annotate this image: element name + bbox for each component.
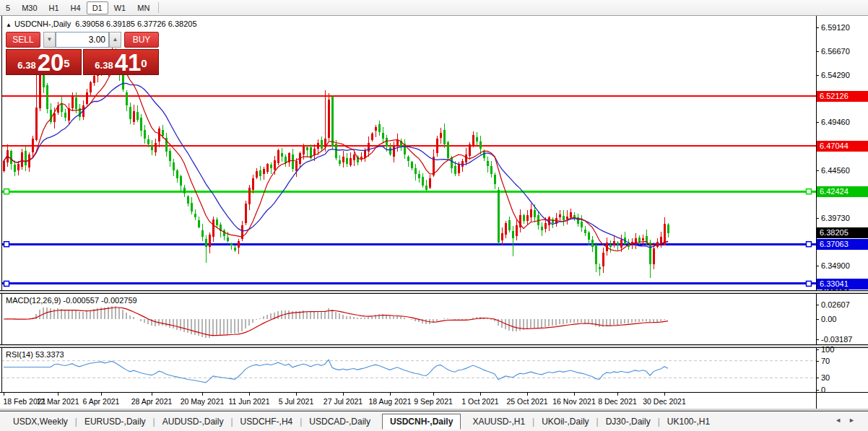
candle-body bbox=[512, 231, 514, 238]
chart-header: ▲USDCNH-,Daily 6.39058 6.39185 6.37726 6… bbox=[6, 19, 197, 28]
sell-price-sup: 5 bbox=[64, 50, 69, 77]
candle-body bbox=[566, 217, 568, 220]
candle-body bbox=[591, 240, 594, 247]
candle-body bbox=[443, 130, 446, 144]
date-tick-label: 1 Oct 2021 bbox=[461, 397, 498, 406]
chart-tab-usdcaddaily[interactable]: USDCAD-,Daily bbox=[302, 414, 378, 430]
candle-body bbox=[64, 113, 66, 118]
date-tick-mark bbox=[4, 393, 4, 396]
candle-body bbox=[259, 170, 261, 176]
chart-tab-uk100h1[interactable]: UK100-,H1 bbox=[660, 414, 717, 430]
volume-input[interactable] bbox=[56, 32, 109, 48]
candle-body bbox=[523, 215, 525, 221]
timeframe-button-5[interactable]: 5 bbox=[0, 1, 16, 14]
macd-label: MACD(12,26,9) -0.000557 -0.002759 bbox=[6, 296, 137, 305]
candle-body bbox=[422, 177, 424, 186]
macd-tick-mark bbox=[816, 319, 819, 320]
panel-splitter[interactable] bbox=[0, 344, 868, 348]
hline-handle[interactable] bbox=[807, 242, 812, 247]
chart-tab-xauusdh1[interactable]: XAUUSD-,H1 bbox=[465, 414, 532, 430]
candle-body bbox=[584, 230, 586, 232]
toolbar-separator bbox=[158, 2, 159, 13]
candle-body bbox=[230, 243, 233, 245]
candle-body bbox=[346, 158, 348, 164]
chart-tab-audusddaily[interactable]: AUDUSD-,Daily bbox=[155, 414, 231, 430]
candle-body bbox=[541, 227, 543, 230]
tab-scroll-arrows[interactable]: ◄► bbox=[835, 417, 862, 424]
candle-body bbox=[234, 248, 236, 251]
candle-body bbox=[519, 215, 521, 227]
date-tick-mark bbox=[480, 393, 481, 396]
macd-tick-mark bbox=[816, 305, 819, 305]
candle-body bbox=[595, 245, 597, 265]
candle-body bbox=[667, 225, 669, 233]
candle-body bbox=[386, 138, 388, 147]
date-tick-mark bbox=[433, 393, 434, 396]
candle-body bbox=[155, 143, 157, 153]
chart-tab-ukoildaily[interactable]: UKOil-,Daily bbox=[534, 414, 596, 430]
candle-body bbox=[86, 92, 88, 104]
candle-body bbox=[342, 157, 344, 162]
hline-handle[interactable] bbox=[4, 189, 9, 194]
candle-body bbox=[660, 237, 662, 244]
price-tick-mark bbox=[816, 170, 819, 171]
rsi-label: RSI(14) 53.3373 bbox=[6, 350, 64, 359]
candle-body bbox=[126, 92, 128, 105]
candle-body bbox=[339, 160, 341, 164]
chart-tab-usdcnhdaily[interactable]: USDCNH-,Daily bbox=[382, 414, 461, 430]
timeframe-button-h1[interactable]: H1 bbox=[43, 1, 65, 14]
price-tick-label: 6.54290 bbox=[821, 71, 850, 79]
volume-increase-button[interactable]: ▲ bbox=[109, 32, 121, 48]
chart-tab-eurusddaily[interactable]: EURUSD-,Daily bbox=[77, 414, 153, 430]
rsi-indicator-panel[interactable] bbox=[0, 348, 816, 392]
candle-body bbox=[570, 212, 572, 217]
timeframe-button-h4[interactable]: H4 bbox=[65, 1, 87, 14]
candle-body bbox=[613, 241, 615, 246]
candle-body bbox=[90, 82, 92, 92]
chart-tab-dj30daily[interactable]: DJ30-,Daily bbox=[599, 414, 658, 430]
timeframe-button-mn[interactable]: MN bbox=[131, 1, 155, 14]
collapse-arrow-icon[interactable]: ▲ bbox=[6, 22, 12, 28]
candle-body bbox=[209, 235, 211, 247]
buy-button[interactable]: BUY bbox=[124, 32, 159, 48]
panel-splitter[interactable] bbox=[0, 290, 868, 294]
candle-body bbox=[642, 238, 644, 240]
candle-body bbox=[389, 147, 391, 154]
buy-price-sup: 0 bbox=[141, 50, 147, 77]
rsi-line bbox=[4, 360, 668, 383]
candle-body bbox=[295, 161, 298, 170]
chart-tab-usdxweekly[interactable]: USDX,Weekly bbox=[6, 414, 75, 430]
hline-handle[interactable] bbox=[807, 281, 812, 286]
candle-body bbox=[465, 154, 467, 162]
candle-body bbox=[407, 157, 409, 161]
candle-body bbox=[147, 139, 149, 144]
candle-body bbox=[201, 230, 204, 238]
date-tick-mark bbox=[343, 393, 344, 396]
sell-price-small: 6.38 bbox=[17, 58, 35, 74]
candle-body bbox=[494, 175, 496, 184]
candle-body bbox=[205, 239, 207, 247]
date-axis-line bbox=[0, 392, 868, 393]
sell-price-panel[interactable]: 6.38 20 5 bbox=[6, 49, 82, 75]
date-tick-mark bbox=[390, 393, 391, 396]
candle-body bbox=[212, 219, 214, 237]
hline-handle[interactable] bbox=[4, 242, 9, 247]
candle-body bbox=[508, 220, 511, 230]
chart-tab-usdchfh4[interactable]: USDCHF-,H4 bbox=[233, 414, 300, 430]
hline-handle[interactable] bbox=[4, 281, 9, 286]
sell-button[interactable]: SELL bbox=[6, 32, 40, 48]
candle-body bbox=[270, 165, 272, 167]
timeframe-button-m30[interactable]: M30 bbox=[16, 1, 43, 14]
candle-body bbox=[277, 150, 279, 162]
candle-body bbox=[375, 127, 377, 131]
candle-body bbox=[479, 142, 482, 149]
volume-decrease-button[interactable]: ▼ bbox=[43, 32, 56, 48]
timeframe-button-d1[interactable]: D1 bbox=[87, 1, 108, 14]
candle-body bbox=[415, 168, 417, 174]
rsi-tick-mark bbox=[816, 361, 819, 362]
buy-price-panel[interactable]: 6.38 41 0 bbox=[83, 49, 159, 75]
date-tick-label: 18 Aug 2021 bbox=[369, 397, 412, 406]
timeframe-button-w1[interactable]: W1 bbox=[108, 1, 132, 14]
candle-body bbox=[303, 147, 305, 154]
hline-handle[interactable] bbox=[807, 189, 812, 194]
